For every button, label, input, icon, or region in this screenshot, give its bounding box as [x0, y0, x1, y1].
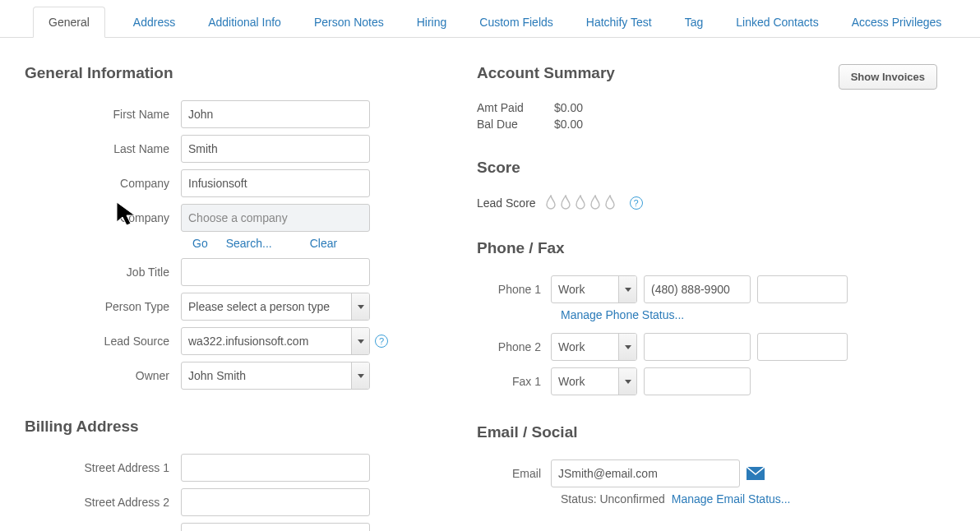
tab-access-privileges[interactable]: Access Privileges	[847, 7, 947, 37]
amt-paid-label: Amt Paid	[477, 101, 534, 114]
street1-input[interactable]	[181, 454, 370, 482]
email-label: Email	[477, 467, 551, 480]
fax1-type-value: Work	[558, 375, 585, 388]
tabs-bar: General Address Additional Info Person N…	[0, 0, 980, 38]
help-icon[interactable]: ?	[630, 196, 643, 210]
company-clear-link[interactable]: Clear	[310, 237, 337, 250]
street2-input[interactable]	[181, 488, 370, 516]
tab-additional-info[interactable]: Additional Info	[203, 7, 286, 37]
tab-linked-contacts[interactable]: Linked Contacts	[731, 7, 823, 37]
chevron-down-icon	[351, 362, 369, 389]
chevron-down-icon	[618, 368, 636, 395]
company-picker-label: Company	[25, 211, 181, 224]
tab-tag[interactable]: Tag	[680, 7, 709, 37]
flame-icon	[603, 195, 617, 211]
first-name-label: First Name	[25, 108, 181, 121]
phone2-label: Phone 2	[477, 340, 551, 353]
owner-label: Owner	[25, 369, 181, 382]
mail-icon[interactable]	[747, 467, 765, 480]
person-type-label: Person Type	[25, 300, 181, 313]
company-picker-text: Choose a company	[188, 211, 288, 224]
email-status-text: Status: Unconfirmed	[561, 492, 665, 506]
tab-general[interactable]: General	[33, 7, 105, 38]
flame-icon	[559, 195, 572, 211]
account-summary-heading: Account Summary	[477, 64, 615, 82]
chevron-down-icon	[618, 276, 636, 302]
show-invoices-button[interactable]: Show Invoices	[839, 64, 937, 90]
chevron-down-icon	[351, 293, 369, 320]
help-icon[interactable]: ?	[375, 335, 388, 348]
fax1-type-select[interactable]: Work	[551, 367, 637, 395]
phone1-ext-input[interactable]	[757, 275, 848, 303]
phone2-ext-input[interactable]	[757, 333, 848, 361]
billing-heading: Billing Address	[25, 418, 452, 436]
phone2-type-value: Work	[558, 340, 585, 353]
tab-hiring[interactable]: Hiring	[412, 7, 452, 37]
tab-custom-fields[interactable]: Custom Fields	[474, 7, 557, 37]
street2-label: Street Address 2	[25, 496, 181, 509]
job-title-label: Job Title	[25, 266, 181, 279]
owner-select[interactable]: John Smith	[181, 362, 370, 390]
phone1-type-value: Work	[558, 283, 585, 296]
bal-due-label: Bal Due	[477, 118, 534, 131]
phone-heading: Phone / Fax	[477, 239, 937, 257]
phone1-number-input[interactable]	[644, 275, 751, 303]
lead-score-label: Lead Score	[477, 196, 536, 210]
lead-source-label: Lead Source	[25, 335, 181, 348]
street1-label: Street Address 1	[25, 461, 181, 474]
tab-hatchify-test[interactable]: Hatchify Test	[581, 7, 657, 37]
phone2-number-input[interactable]	[644, 333, 751, 361]
lead-source-select[interactable]: wa322.infusionsoft.com	[181, 327, 370, 355]
fax1-label: Fax 1	[477, 375, 551, 388]
fax1-number-input[interactable]	[644, 367, 751, 395]
tab-address[interactable]: Address	[128, 7, 180, 37]
city-input[interactable]	[181, 523, 370, 531]
email-input[interactable]	[551, 459, 740, 487]
amt-paid-value: $0.00	[554, 101, 583, 114]
flame-icon	[589, 195, 602, 211]
score-heading: Score	[477, 159, 937, 177]
job-title-input[interactable]	[181, 258, 370, 286]
flame-icon	[544, 195, 557, 211]
tab-person-notes[interactable]: Person Notes	[309, 7, 389, 37]
email-heading: Email / Social	[477, 423, 937, 441]
company-input[interactable]	[181, 169, 370, 197]
phone1-type-select[interactable]: Work	[551, 275, 637, 303]
manage-email-status-link[interactable]: Manage Email Status...	[672, 492, 791, 506]
owner-value: John Smith	[188, 369, 246, 382]
company-search-link[interactable]: Search...	[226, 237, 272, 250]
company-go-link[interactable]: Go	[192, 237, 208, 250]
last-name-label: Last Name	[25, 142, 181, 155]
lead-source-value: wa322.infusionsoft.com	[188, 335, 308, 348]
chevron-down-icon	[618, 334, 636, 360]
phone2-type-select[interactable]: Work	[551, 333, 637, 361]
company-picker[interactable]: Choose a company	[181, 204, 370, 232]
person-type-value: Please select a person type	[188, 300, 330, 313]
manage-phone-status-link[interactable]: Manage Phone Status...	[561, 308, 684, 321]
flame-icon	[574, 195, 587, 211]
last-name-input[interactable]	[181, 135, 370, 163]
person-type-select[interactable]: Please select a person type	[181, 293, 370, 321]
bal-due-value: $0.00	[554, 118, 583, 131]
first-name-input[interactable]	[181, 100, 370, 128]
general-heading: General Information	[25, 64, 452, 82]
lead-score-flames	[544, 195, 617, 211]
phone1-label: Phone 1	[477, 283, 551, 296]
chevron-down-icon	[351, 328, 369, 354]
company-label: Company	[25, 177, 181, 190]
